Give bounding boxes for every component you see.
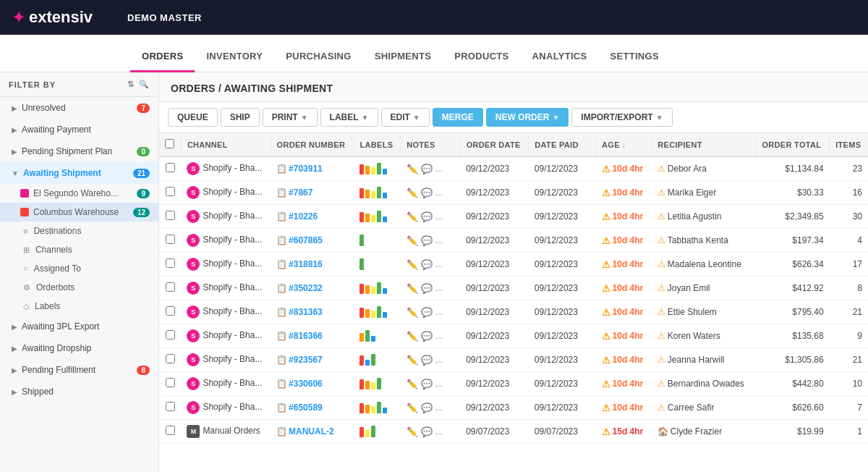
label-bars — [359, 330, 395, 342]
sidebar-sub-orderbots[interactable]: ⚙ Orderbots — [0, 278, 158, 297]
edit-note-icon[interactable]: ✏️ — [407, 379, 418, 389]
sidebar-sub-assigned-to[interactable]: ○ Assigned To — [0, 259, 158, 278]
file-icon: 📋 — [276, 235, 287, 245]
queue-button[interactable]: QUEUE — [168, 108, 218, 127]
sidebar-sub-channels[interactable]: ⊞ Channels — [0, 240, 158, 259]
comment-icon[interactable]: 💬 — [421, 355, 433, 366]
sidebar-item-columbus-warehouse[interactable]: Columbus Warehouse 12 — [0, 203, 158, 222]
recipient-warning-icon: ⚠ — [658, 283, 665, 293]
edit-note-icon[interactable]: ✏️ — [407, 426, 418, 437]
header-recipient: RECIPIENT — [652, 133, 756, 156]
nav-inventory[interactable]: INVENTORY — [195, 42, 274, 72]
nav-orders[interactable]: ORDERS — [130, 42, 195, 72]
comment-icon[interactable]: 💬 — [421, 187, 433, 198]
comment-icon[interactable]: 💬 — [421, 259, 433, 270]
label-bar — [359, 355, 364, 366]
order-link[interactable]: #650589 — [289, 403, 323, 413]
sidebar-sub-labels[interactable]: ◇ Labels — [0, 297, 158, 316]
comment-icon[interactable]: 💬 — [421, 331, 433, 342]
age-value: ⚠ 10d 4hr — [602, 235, 646, 246]
order-link[interactable]: #831363 — [289, 307, 323, 317]
order-link[interactable]: #330606 — [289, 379, 323, 389]
row-order-number: 📋#650589 — [271, 396, 354, 420]
row-checkbox[interactable] — [166, 354, 175, 363]
row-checkbox[interactable] — [166, 211, 175, 220]
new-order-button[interactable]: NEW ORDER ▼ — [486, 108, 569, 127]
label-bar — [371, 167, 375, 174]
sidebar-item-unresolved[interactable]: ▶ Unresolved 7 — [0, 97, 158, 119]
row-checkbox[interactable] — [166, 282, 175, 292]
sidebar-item-awaiting-shipment[interactable]: ▼ Awaiting Shipment 21 — [0, 162, 158, 184]
print-button[interactable]: PRINT ▼ — [263, 108, 318, 127]
sidebar-item-awaiting-3pl[interactable]: ▶ Awaiting 3PL Export — [0, 316, 158, 337]
header-order-number: ORDER NUMBER — [271, 133, 354, 156]
row-checkbox[interactable] — [166, 187, 175, 196]
comment-icon[interactable]: 💬 — [421, 307, 433, 318]
row-checkbox[interactable] — [166, 258, 175, 268]
sidebar-item-el-segundo[interactable]: El Segundo Wareho... 9 — [0, 184, 158, 203]
comment-icon[interactable]: 💬 — [421, 164, 433, 174]
order-link[interactable]: #7867 — [289, 187, 312, 198]
sidebar-sub-destinations[interactable]: ≡ Destinations — [0, 222, 158, 240]
edit-note-icon[interactable]: ✏️ — [407, 164, 418, 174]
comment-icon[interactable]: 💬 — [421, 403, 433, 413]
label-button[interactable]: LABEL ▼ — [320, 108, 378, 127]
order-link[interactable]: MANUAL-2 — [289, 426, 334, 437]
ship-button[interactable]: SHIP — [221, 108, 260, 127]
sidebar-item-pending-shipment[interactable]: ▶ Pending Shipment Plan 0 — [0, 140, 158, 162]
comment-icon[interactable]: 💬 — [421, 211, 433, 222]
comment-icon[interactable]: 💬 — [421, 283, 433, 294]
edit-note-icon[interactable]: ✏️ — [407, 235, 418, 246]
merge-button[interactable]: MERGE — [433, 108, 483, 127]
row-checkbox-cell — [159, 372, 181, 396]
order-link[interactable]: #816366 — [289, 331, 323, 341]
sidebar-item-pending-fulfillment[interactable]: ▶ Pending Fulfillment 8 — [0, 359, 158, 381]
edit-note-icon[interactable]: ✏️ — [407, 331, 418, 342]
row-checkbox[interactable] — [166, 235, 175, 244]
edit-button[interactable]: EDIT ▼ — [381, 108, 430, 127]
row-checkbox[interactable] — [166, 306, 175, 316]
header-age[interactable]: AGE ↓ — [596, 133, 652, 156]
comment-icon[interactable]: 💬 — [421, 235, 433, 246]
row-checkbox[interactable] — [166, 330, 175, 340]
order-link[interactable]: #10226 — [289, 211, 318, 222]
edit-note-icon[interactable]: ✏️ — [407, 283, 418, 294]
nav-shipments[interactable]: SHIPMENTS — [363, 42, 443, 72]
select-all-checkbox[interactable] — [165, 139, 174, 148]
sidebar-item-shipped[interactable]: ▶ Shipped — [0, 381, 158, 403]
nav-products[interactable]: PRODUCTS — [443, 42, 520, 72]
import-export-button[interactable]: IMPORT/EXPORT ▼ — [571, 108, 672, 127]
edit-note-icon[interactable]: ✏️ — [407, 307, 418, 318]
edit-note-icon[interactable]: ✏️ — [407, 259, 418, 270]
search-icon[interactable]: 🔍 — [139, 80, 150, 89]
nav-settings[interactable]: SETTINGS — [598, 42, 670, 72]
edit-note-icon[interactable]: ✏️ — [407, 403, 418, 413]
channel-logo-icon: S — [187, 282, 200, 295]
order-link[interactable]: #923567 — [289, 355, 323, 365]
header-order-total: ORDER TOTAL — [756, 133, 830, 156]
nav-purchasing[interactable]: PURCHASING — [274, 42, 362, 72]
row-checkbox[interactable] — [166, 402, 175, 411]
comment-icon[interactable]: 💬 — [421, 379, 433, 389]
edit-note-icon[interactable]: ✏️ — [407, 211, 418, 222]
order-link[interactable]: #703911 — [289, 164, 323, 174]
age-value: ⚠ 10d 4hr — [602, 403, 646, 413]
label-bar — [383, 312, 387, 318]
label-bar — [377, 187, 381, 198]
table-container: CHANNEL ORDER NUMBER LABELS NOTES ORDER … — [159, 133, 868, 472]
sidebar-item-awaiting-dropship[interactable]: ▶ Awaiting Dropship — [0, 337, 158, 359]
order-link[interactable]: #350232 — [289, 283, 323, 293]
collapse-icon[interactable]: ⇅ — [127, 80, 135, 89]
order-link[interactable]: #318816 — [289, 259, 323, 269]
edit-note-icon[interactable]: ✏️ — [407, 187, 418, 198]
comment-icon[interactable]: 💬 — [421, 426, 433, 437]
recipient-warning-icon: ⚠ — [658, 355, 665, 365]
row-checkbox[interactable] — [166, 163, 175, 172]
sidebar-item-awaiting-payment[interactable]: ▶ Awaiting Payment — [0, 119, 158, 140]
nav-analytics[interactable]: ANALYTICS — [521, 42, 599, 72]
row-order-number: 📋#607865 — [271, 229, 354, 253]
order-link[interactable]: #607865 — [289, 235, 323, 245]
edit-note-icon[interactable]: ✏️ — [407, 355, 418, 366]
row-checkbox[interactable] — [166, 378, 175, 387]
row-checkbox[interactable] — [166, 426, 175, 435]
